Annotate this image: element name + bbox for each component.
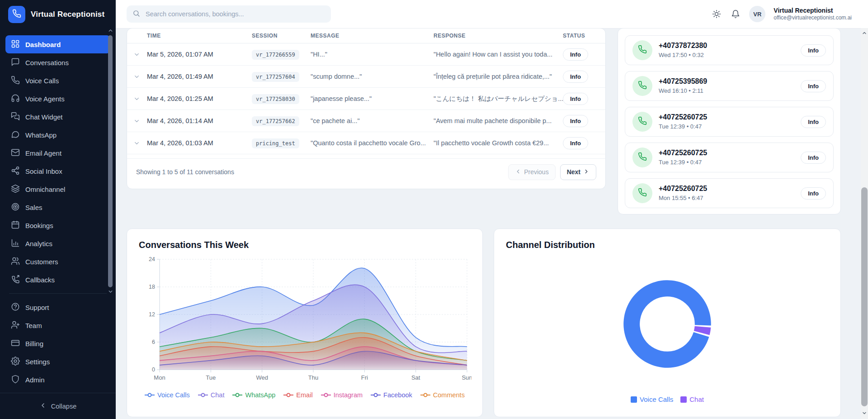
theme-toggle-button[interactable] [711,9,722,19]
email-agent-icon [11,148,20,158]
sidebar-item-label: Admin [25,376,45,384]
info-button[interactable]: Info [563,71,588,83]
sidebar-item-label: Dashboard [25,41,61,48]
call-info-button[interactable]: Info [801,116,826,128]
call-info-button[interactable]: Info [801,152,826,164]
sidebar-item-bookings[interactable]: Bookings [5,216,110,234]
info-button[interactable]: Info [563,115,588,127]
legend-item-instagram[interactable]: Instagram [321,391,363,399]
call-info: +40725260725Tue 12:39 • 0:47 [659,148,794,167]
sidebar-item-social-inbox[interactable]: Social Inbox [5,162,110,180]
page-scrollbar-thumb[interactable] [861,187,868,406]
notifications-button[interactable] [730,9,741,19]
chevron-up-icon [862,30,867,36]
legend-item-email[interactable]: Email [283,391,312,399]
sidebar-item-label: Billing [25,340,43,348]
info-button[interactable]: Info [563,48,588,61]
previous-button[interactable]: Previous [508,164,555,180]
search-box[interactable] [127,5,331,23]
dashboard-icon [11,39,20,50]
app-title: Virtual Receptionist [31,10,104,19]
sidebar-item-admin[interactable]: Admin [5,371,110,389]
scroll-down-icon[interactable] [862,409,867,418]
next-button[interactable]: Next [560,164,596,180]
sidebar-item-dashboard[interactable]: Dashboard [5,35,110,53]
svg-text:Mon: Mon [154,374,165,381]
pie-slice-voice-calls[interactable] [623,280,711,367]
pie-chart-legend: Voice CallsChat [506,395,829,403]
call-info-button[interactable]: Info [801,80,826,92]
phone-icon [638,152,647,161]
support-icon [11,302,20,313]
sidebar-item-voice-agents[interactable]: Voice Agents [5,90,110,108]
user-name: Virtual Receptionist [774,7,852,15]
call-info-button[interactable]: Info [801,187,826,200]
line-marker-icon [371,393,381,397]
sidebar-item-label: Chat Widget [25,113,63,121]
row-message: "ce pachete ai..." [311,117,434,124]
phone-icon [638,45,647,56]
pie-legend-item-voice-calls[interactable]: Voice Calls [631,395,673,403]
legend-item-facebook[interactable]: Facebook [371,391,412,399]
customers-icon [11,257,20,266]
sidebar-scrollbar-thumb[interactable] [108,35,113,287]
legend-item-chat[interactable]: Chat [198,391,225,399]
call-info: +40737872380Wed 17:50 • 0:32 [659,41,794,59]
sidebar-scroll-down-icon[interactable] [108,288,113,296]
sidebar-item-sales[interactable]: Sales [5,198,110,216]
sidebar-collapse-button[interactable]: Collapse [0,393,116,419]
chevron-up-icon [108,28,113,33]
row-expand-button[interactable] [133,140,147,147]
call-number: +40725260725 [659,148,794,158]
sidebar-item-settings[interactable]: Settings [5,352,110,371]
info-button[interactable]: Info [563,137,588,149]
row-expand-button[interactable] [133,73,147,80]
phone-icon [638,81,647,91]
page-scrollbar[interactable] [861,28,868,419]
row-expand-button[interactable] [133,118,147,124]
sidebar-item-omnichannel[interactable]: Omnichannel [5,180,110,198]
sidebar-item-team[interactable]: Team [5,316,110,334]
sidebar-scroll-up-icon[interactable] [108,27,113,35]
line-marker-icon [283,393,293,397]
sidebar-item-conversations[interactable]: Conversations [5,53,110,71]
row-expand-button[interactable] [133,51,147,58]
sidebar-item-email-agent[interactable]: Email Agent [5,144,110,162]
search-input[interactable] [145,10,325,18]
svg-text:Sat: Sat [411,374,420,381]
row-status: Info [563,137,599,149]
line-marker-icon [321,393,331,397]
recent-calls-panel: +40737872380Wed 17:50 • 0:32Info+4072539… [618,28,841,214]
call-info-button[interactable]: Info [801,44,826,57]
conversations-week-card: Conversations This Week 06121824MonTueWe… [127,229,483,417]
row-expand-button[interactable] [133,95,147,102]
voice-calls-icon [11,76,20,85]
call-number: +40725395869 [659,77,794,86]
table-footer: Showing 1 to 5 of 11 conversations Previ… [127,158,605,189]
call-card: +40737872380Wed 17:50 • 0:32Info [625,35,834,65]
sidebar-item-analytics[interactable]: Analytics [5,234,110,252]
row-response: "こんにちは！ 私はバーチャルレセプショ... [434,95,563,103]
info-button[interactable]: Info [563,93,588,105]
legend-item-voice-calls[interactable]: Voice Calls [145,391,190,399]
sidebar-item-billing[interactable]: Billing [5,334,110,352]
call-number: +40725260725 [659,184,794,194]
legend-item-comments[interactable]: Comments [420,391,465,399]
pie-legend-item-chat[interactable]: Chat [680,395,704,403]
row-message: "Quanto costa il pacchetto vocale Gro... [311,139,434,147]
legend-item-whatsapp[interactable]: WhatsApp [232,391,275,399]
social-inbox-icon [11,166,20,175]
scroll-up-icon[interactable] [862,29,867,38]
dashboard-icon [11,39,20,48]
row-response: "Il pacchetto vocale Growth costa €29... [434,139,563,147]
row-time: Mar 4, 2026, 01:25 AM [147,95,252,102]
sidebar-item-chat-widget[interactable]: Chat Widget [5,108,110,126]
avatar[interactable]: VR [749,6,765,22]
sidebar-item-voice-calls[interactable]: Voice Calls [5,71,110,90]
sidebar-item-label: Customers [25,258,58,266]
sidebar-item-customers[interactable]: Customers [5,252,110,271]
sidebar-item-callbacks[interactable]: Callbacks [5,271,110,289]
session-badge: vr_177266559 [252,50,299,60]
sidebar-item-support[interactable]: Support [5,298,110,316]
sidebar-item-whatsapp[interactable]: WhatsApp [5,126,110,144]
